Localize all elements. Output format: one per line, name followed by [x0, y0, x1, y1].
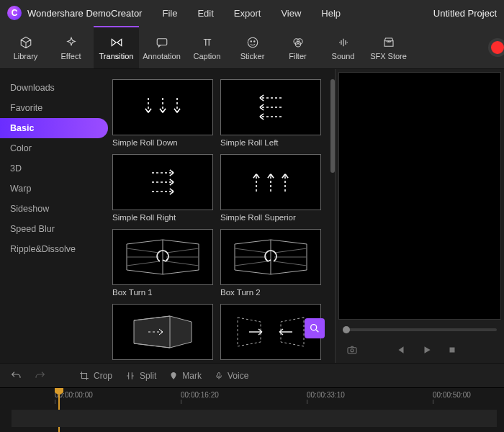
snapshot-button[interactable] — [346, 344, 359, 356]
menu-view[interactable]: View — [281, 8, 301, 19]
sidebar-item-sideshow[interactable]: Sideshow — [0, 199, 108, 219]
menu-bar: File Edit Export View Help — [162, 8, 341, 19]
split-label: Split — [140, 371, 156, 381]
cube-icon — [19, 36, 32, 49]
caption-icon — [201, 36, 214, 49]
svg-point-1 — [248, 37, 258, 48]
play-icon — [422, 345, 432, 355]
edit-toolbar: Crop Split Mark Voice — [0, 363, 504, 387]
transition-thumb — [112, 229, 213, 285]
ruler-tick: 00:00:16:20 — [181, 391, 219, 399]
category-sidebar: Downloads Favorite Basic Color 3D Warp S… — [0, 69, 108, 363]
undo-icon — [10, 370, 22, 382]
sidebar-item-favorite[interactable]: Favorite — [0, 98, 108, 118]
menu-file[interactable]: File — [162, 8, 177, 19]
scrubber-knob[interactable] — [343, 326, 350, 333]
gallery-scrollbar[interactable] — [330, 79, 335, 359]
sidebar-item-warp[interactable]: Warp — [0, 179, 108, 199]
sidebar-item-label: Favorite — [10, 103, 42, 113]
sidebar-item-speed-blur[interactable]: Speed Blur — [0, 219, 108, 239]
transition-thumb — [220, 154, 321, 210]
svg-rect-11 — [218, 372, 220, 377]
preview-panel — [335, 69, 504, 363]
mark-button[interactable]: Mark — [169, 371, 202, 381]
tab-transition[interactable]: Transition — [94, 26, 139, 68]
menu-help[interactable]: Help — [321, 8, 341, 19]
sidebar-item-ripple-dissolve[interactable]: Ripple&Dissolve — [0, 239, 108, 259]
sidebar-item-label: Sideshow — [10, 204, 49, 214]
play-button[interactable] — [422, 345, 432, 355]
transition-item[interactable]: Simple Roll Right — [112, 154, 213, 225]
prev-icon — [396, 345, 406, 355]
voice-button[interactable]: Voice — [215, 371, 248, 381]
sidebar-item-label: Warp — [10, 184, 31, 194]
sidebar-item-downloads[interactable]: Downloads — [0, 78, 108, 98]
preview-scrubber[interactable] — [336, 323, 504, 337]
transition-thumb — [112, 79, 213, 135]
menu-edit[interactable]: Edit — [197, 8, 213, 19]
ruler-tick: 00:00:33:10 — [307, 391, 345, 399]
transition-label: Simple Roll Superior — [220, 213, 321, 225]
tab-caption[interactable]: Caption — [184, 26, 230, 68]
tab-label: Library — [14, 52, 38, 60]
menu-export[interactable]: Export — [234, 8, 261, 19]
crop-icon — [79, 371, 89, 381]
transition-item[interactable]: Box Turn 2 — [220, 229, 321, 300]
tab-sound[interactable]: Sound — [320, 26, 366, 68]
record-button[interactable] — [488, 38, 504, 57]
app-name: Wondershare DemoCreator — [27, 8, 142, 19]
preview-controls — [336, 337, 504, 363]
sidebar-item-color[interactable]: Color — [0, 138, 108, 158]
transition-item[interactable]: Simple Roll Superior — [220, 154, 321, 225]
stop-icon — [448, 346, 456, 354]
workspace: Downloads Favorite Basic Color 3D Warp S… — [0, 69, 504, 363]
svg-point-7 — [311, 325, 317, 330]
transition-thumb — [112, 154, 213, 210]
prev-button[interactable] — [396, 345, 406, 355]
timeline[interactable]: 00:00:00:00 00:00:16:20 00:00:33:10 00:0… — [0, 387, 504, 432]
tab-label: Annotation — [143, 52, 181, 60]
search-button[interactable] — [305, 318, 325, 338]
tab-sfx-store[interactable]: SFX Store — [366, 26, 411, 68]
ruler-tick: 00:00:50:00 — [433, 391, 471, 399]
transition-item[interactable]: Simple Roll Left — [220, 79, 321, 150]
stop-button[interactable] — [448, 346, 456, 354]
transition-thumb — [112, 304, 213, 360]
transition-item[interactable]: Box Turn 1 — [112, 229, 213, 300]
tab-filter[interactable]: Filter — [275, 26, 320, 68]
sidebar-item-label: Speed Blur — [10, 224, 55, 234]
app-logo-icon: C — [7, 6, 22, 20]
crop-button[interactable]: Crop — [79, 371, 112, 381]
transition-icon — [109, 36, 124, 49]
transition-thumb — [220, 229, 321, 285]
sidebar-item-label: 3D — [10, 163, 22, 174]
undo-button[interactable] — [10, 370, 22, 382]
transition-label: Box Turn 1 — [112, 288, 213, 300]
transition-label: Simple Roll Left — [220, 138, 321, 150]
tab-sticker[interactable]: Sticker — [230, 26, 275, 68]
sidebar-item-basic[interactable]: Basic — [0, 118, 108, 138]
redo-button[interactable] — [35, 370, 46, 382]
tab-label: Transition — [99, 52, 134, 60]
sidebar-item-label: Downloads — [10, 83, 55, 93]
playhead[interactable] — [55, 388, 63, 395]
project-title: Untitled Project — [433, 8, 497, 19]
transition-gallery: Simple Roll Down Simple Roll Left Simple… — [108, 69, 335, 363]
transition-item[interactable]: Cube — [112, 304, 213, 363]
timeline-lane[interactable] — [12, 410, 497, 427]
tab-effect[interactable]: Effect — [48, 26, 94, 68]
svg-rect-10 — [450, 348, 455, 353]
tab-library[interactable]: Library — [3, 26, 48, 68]
tab-label: Sound — [332, 52, 355, 60]
split-button[interactable]: Split — [125, 371, 156, 381]
svg-point-2 — [251, 40, 252, 42]
sound-icon — [336, 36, 351, 49]
search-icon — [309, 323, 320, 334]
tab-label: Effect — [61, 52, 81, 60]
sidebar-item-3d[interactable]: 3D — [0, 158, 108, 179]
sidebar-item-label: Ripple&Dissolve — [10, 244, 76, 254]
tab-annotation[interactable]: Annotation — [139, 26, 184, 68]
timeline-ruler[interactable]: 00:00:00:00 00:00:16:20 00:00:33:10 00:0… — [12, 388, 504, 402]
transition-item[interactable]: Simple Roll Down — [112, 79, 213, 150]
smile-icon — [246, 36, 259, 49]
